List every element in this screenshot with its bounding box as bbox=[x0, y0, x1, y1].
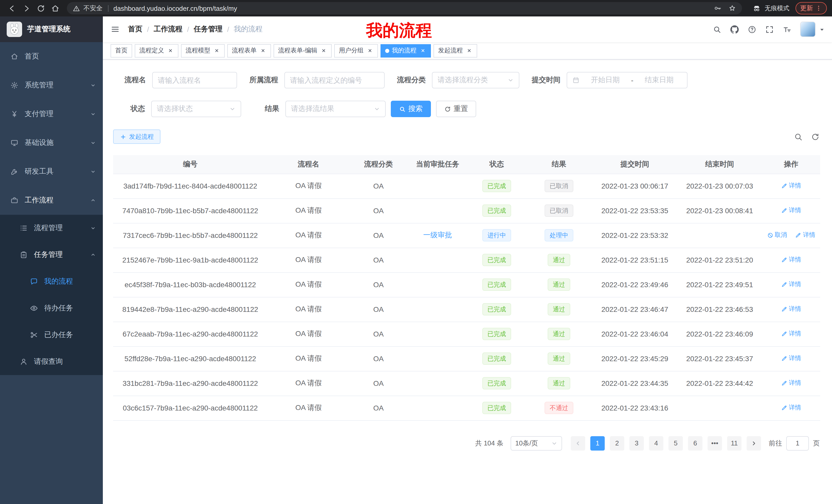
search-icon[interactable] bbox=[713, 25, 722, 34]
detail-link[interactable]: 详情 bbox=[781, 379, 801, 388]
breadcrumb-item[interactable]: 任务管理 bbox=[194, 25, 223, 34]
refresh-table-icon[interactable] bbox=[811, 132, 820, 141]
detail-link[interactable]: 详情 bbox=[781, 403, 801, 412]
sidebar-item-todo-tasks[interactable]: 待办任务 bbox=[0, 295, 103, 321]
bookmark-star-icon[interactable] bbox=[728, 4, 736, 12]
home-button[interactable] bbox=[48, 2, 62, 15]
tag-view-tab[interactable]: 我的流程 bbox=[381, 44, 431, 57]
key-icon[interactable] bbox=[714, 4, 722, 12]
breadcrumb-item[interactable]: 首页 bbox=[128, 25, 142, 34]
github-icon[interactable] bbox=[730, 25, 739, 34]
page-button[interactable]: 4 bbox=[649, 436, 663, 450]
sidebar-item-my-process[interactable]: 我的流程 bbox=[0, 268, 103, 295]
cell-submit-time: 2022-01-22 23:45:29 bbox=[592, 346, 677, 371]
page-url[interactable]: dashboard.yudao.iocoder.cn/bpm/task/my bbox=[113, 4, 237, 12]
detail-link[interactable]: 详情 bbox=[781, 280, 801, 289]
calendar-icon bbox=[572, 77, 579, 84]
result-badge: 通过 bbox=[548, 377, 570, 389]
sidebar-item-label: 基础设施 bbox=[25, 138, 53, 147]
sidebar-item-workflow[interactable]: 工作流程 bbox=[0, 186, 103, 215]
monitor-icon bbox=[10, 139, 19, 147]
create-process-button[interactable]: 发起流程 bbox=[113, 130, 160, 144]
owner-process-field[interactable] bbox=[284, 72, 385, 88]
page-button[interactable]: ••• bbox=[707, 436, 722, 450]
pager-prev-button[interactable] bbox=[571, 436, 585, 450]
result-badge: 通过 bbox=[548, 353, 570, 365]
sidebar-item-leave-query[interactable]: 请假查询 bbox=[0, 348, 103, 375]
tag-view-tab[interactable]: 用户分组 bbox=[334, 44, 378, 57]
tab-close-icon[interactable] bbox=[213, 47, 220, 54]
tag-view-tab[interactable]: 流程表单 bbox=[227, 44, 271, 57]
page-button[interactable]: 3 bbox=[629, 436, 644, 450]
wrench-icon bbox=[10, 167, 19, 176]
sidebar-item-infrastructure[interactable]: 基础设施 bbox=[0, 129, 103, 157]
sidebar-item-home[interactable]: 首页 bbox=[0, 42, 103, 71]
page-button[interactable]: 1 bbox=[590, 436, 605, 450]
cell-process-name: OA 请假 bbox=[267, 248, 350, 272]
search-toggle-icon[interactable] bbox=[794, 132, 803, 141]
tab-close-icon[interactable] bbox=[419, 47, 426, 54]
detail-link[interactable]: 详情 bbox=[781, 330, 801, 338]
cell-process-name: OA 请假 bbox=[267, 346, 350, 371]
page-size-select[interactable]: 10条/页 bbox=[511, 436, 562, 450]
sidebar-item-process-management[interactable]: 流程管理 bbox=[0, 215, 103, 242]
sidebar-item-done-tasks[interactable]: 已办任务 bbox=[0, 321, 103, 348]
page-button[interactable]: 5 bbox=[669, 436, 683, 450]
page-button[interactable]: 6 bbox=[688, 436, 702, 450]
page-button[interactable]: 11 bbox=[727, 436, 742, 450]
back-button[interactable] bbox=[5, 2, 19, 15]
tag-view-tab[interactable]: 流程模型 bbox=[181, 44, 225, 57]
sidebar-item-system[interactable]: 系统管理 bbox=[0, 71, 103, 100]
pager-next-button[interactable] bbox=[747, 436, 761, 450]
reload-button[interactable] bbox=[34, 2, 47, 15]
security-warning-icon[interactable] bbox=[73, 4, 80, 12]
sidebar-item-devtools[interactable]: 研发工具 bbox=[0, 157, 103, 186]
result-select[interactable]: 请选择流结果 bbox=[285, 101, 386, 117]
owner-process-input[interactable] bbox=[290, 76, 379, 84]
fullscreen-icon[interactable] bbox=[765, 25, 774, 34]
detail-link[interactable]: 详情 bbox=[781, 354, 801, 363]
category-select[interactable]: 请选择流程分类 bbox=[432, 72, 519, 88]
cell-status: 已完成 bbox=[468, 321, 525, 346]
forward-button[interactable] bbox=[20, 2, 33, 15]
tag-view-tab[interactable]: 流程定义 bbox=[135, 44, 178, 57]
breadcrumb-item[interactable]: 工作流程 bbox=[154, 25, 183, 34]
cell-end-time: 2022-01-22 23:44:42 bbox=[677, 371, 762, 396]
tab-close-icon[interactable] bbox=[166, 47, 174, 54]
page-button[interactable]: 2 bbox=[610, 436, 624, 450]
tab-close-icon[interactable] bbox=[366, 47, 373, 54]
user-menu[interactable] bbox=[800, 22, 825, 37]
detail-link[interactable]: 详情 bbox=[781, 181, 801, 190]
cancel-link[interactable]: 取消 bbox=[767, 231, 787, 240]
browser-menu-icon[interactable] bbox=[815, 5, 822, 12]
detail-link[interactable]: 详情 bbox=[781, 206, 801, 215]
help-icon[interactable] bbox=[748, 25, 756, 34]
tag-view-tab[interactable]: 发起流程 bbox=[434, 44, 477, 57]
tag-view-tab[interactable]: 流程表单-编辑 bbox=[274, 44, 332, 57]
tag-view-tab[interactable]: 首页 bbox=[110, 44, 132, 57]
cell-process-id: 331bc281-7b9a-11ec-a290-acde48001122 bbox=[113, 371, 267, 396]
tab-close-icon[interactable] bbox=[320, 47, 327, 54]
process-name-field[interactable] bbox=[152, 72, 237, 88]
cell-result: 通过 bbox=[525, 248, 592, 272]
detail-link[interactable]: 详情 bbox=[795, 231, 815, 240]
update-button[interactable]: 更新 bbox=[796, 2, 827, 15]
status-select[interactable]: 请选择状态 bbox=[151, 101, 241, 117]
reset-button[interactable]: 重置 bbox=[436, 101, 476, 117]
address-bar[interactable]: 不安全 dashboard.yudao.iocoder.cn/bpm/task/… bbox=[67, 2, 742, 15]
process-name-input[interactable] bbox=[158, 76, 231, 84]
submit-time-range-picker[interactable]: 开始日期 - 结束日期 bbox=[567, 72, 687, 88]
sidebar-item-payment[interactable]: 支付管理 bbox=[0, 100, 103, 129]
approval-task-link[interactable]: 一级审批 bbox=[423, 231, 452, 239]
detail-link[interactable]: 详情 bbox=[781, 256, 801, 264]
tab-close-icon[interactable] bbox=[465, 47, 473, 54]
hamburger-icon[interactable] bbox=[110, 25, 120, 34]
tab-close-icon[interactable] bbox=[259, 47, 266, 54]
detail-link[interactable]: 详情 bbox=[781, 305, 801, 314]
goto-page-input[interactable] bbox=[786, 436, 809, 450]
search-button[interactable]: 搜索 bbox=[391, 101, 431, 117]
sidebar-item-task-management[interactable]: 任务管理 bbox=[0, 242, 103, 268]
status-label: 状态 bbox=[131, 104, 145, 114]
font-size-icon[interactable] bbox=[783, 25, 791, 34]
avatar[interactable] bbox=[800, 22, 815, 37]
